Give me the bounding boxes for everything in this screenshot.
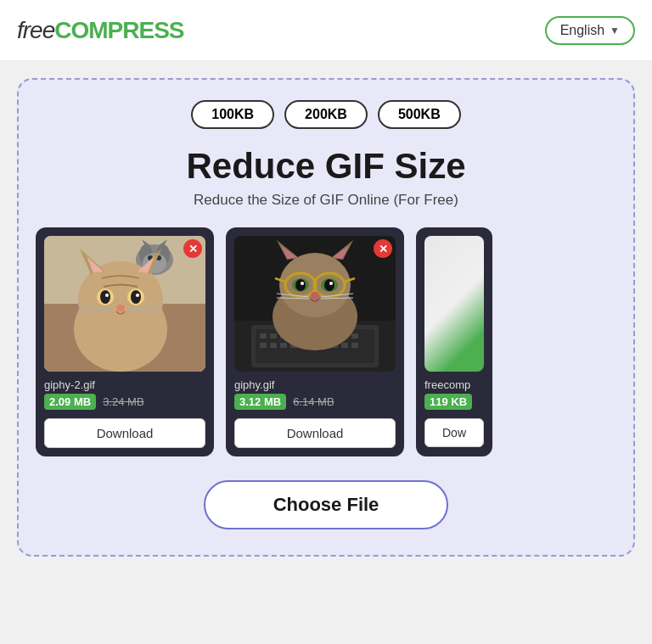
filename-2: giphy.gif <box>234 378 274 391</box>
old-size-2: 6.14 MB <box>293 395 334 408</box>
svg-rect-32 <box>270 333 277 339</box>
page-title: Reduce GIF Size <box>186 146 465 187</box>
svg-point-68 <box>311 292 319 299</box>
file-sizes-2: 3.12 MB 6.14 MB <box>234 394 334 410</box>
file-cards-row: ✕ giphy-2.gif 2.09 MB 3.24 MB Download <box>36 227 616 456</box>
svg-point-19 <box>131 290 141 304</box>
close-card-1-button[interactable]: ✕ <box>183 239 202 258</box>
download-button-partial[interactable]: Dow <box>424 418 484 447</box>
new-size-1: 2.09 MB <box>44 394 96 410</box>
svg-rect-43 <box>280 343 287 348</box>
size-200kb-button[interactable]: 200KB <box>284 100 368 129</box>
file-thumbnail-2 <box>234 236 396 372</box>
choose-file-button[interactable]: Choose File <box>204 480 449 529</box>
svg-rect-42 <box>270 343 277 348</box>
logo-free: free <box>17 17 54 43</box>
svg-point-61 <box>324 279 334 291</box>
svg-point-22 <box>116 305 125 311</box>
svg-point-20 <box>105 294 109 297</box>
language-label: English <box>560 23 604 38</box>
size-100kb-button[interactable]: 100KB <box>191 100 274 129</box>
file-thumbnail-1 <box>44 236 205 372</box>
new-size-2: 3.12 MB <box>234 394 286 410</box>
svg-rect-41 <box>260 343 267 348</box>
size-500kb-button[interactable]: 500KB <box>378 100 461 129</box>
svg-point-60 <box>295 279 306 291</box>
old-size-1: 3.24 MB <box>103 395 143 408</box>
download-button-1[interactable]: Download <box>44 418 205 448</box>
svg-point-62 <box>301 282 304 285</box>
file-card-1: ✕ giphy-2.gif 2.09 MB 3.24 MB Download <box>36 227 214 456</box>
svg-point-18 <box>100 290 110 304</box>
tool-container: 100KB 200KB 500KB Reduce GIF Size Reduce… <box>17 78 635 557</box>
logo: freeCOMPRESS <box>17 17 184 44</box>
svg-rect-40 <box>351 333 358 339</box>
chevron-down-icon: ▼ <box>610 25 620 36</box>
svg-rect-49 <box>341 343 348 348</box>
svg-point-63 <box>329 282 333 285</box>
size-presets: 100KB 200KB 500KB <box>191 100 460 129</box>
close-card-2-button[interactable]: ✕ <box>374 239 392 258</box>
logo-compress: COMPRESS <box>54 17 183 43</box>
language-button[interactable]: English ▼ <box>545 16 635 45</box>
svg-rect-50 <box>351 343 358 348</box>
main-content: 100KB 200KB 500KB Reduce GIF Size Reduce… <box>0 61 652 574</box>
filename-1: giphy-2.gif <box>44 378 95 391</box>
new-size-partial: 119 KB <box>424 394 472 410</box>
file-thumbnail-partial <box>424 236 484 372</box>
filename-partial: freecomp <box>424 378 470 391</box>
file-sizes-1: 2.09 MB 3.24 MB <box>44 394 144 410</box>
download-button-2[interactable]: Download <box>234 418 396 448</box>
svg-rect-31 <box>260 333 267 339</box>
file-card-partial: freecomp 119 KB Dow <box>416 227 492 456</box>
file-card-2: ✕ giphy.gif 3.12 MB 6.14 MB Download <box>226 227 404 456</box>
page-subtitle: Reduce the Size of GIF Online (For Free) <box>194 192 458 209</box>
header: freeCOMPRESS English ▼ <box>0 0 652 61</box>
svg-point-21 <box>136 294 139 297</box>
